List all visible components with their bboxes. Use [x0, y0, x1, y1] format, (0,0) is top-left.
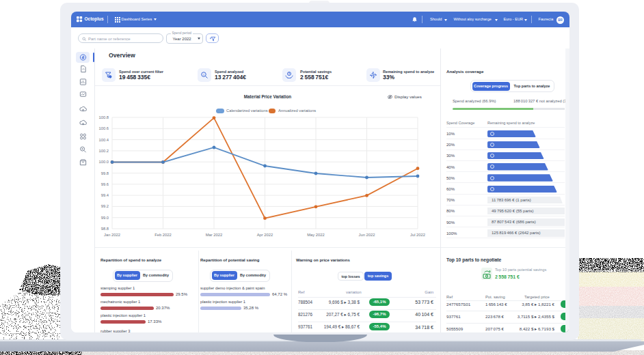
svg-text:Apr 2022: Apr 2022 — [257, 233, 273, 237]
svg-text:100.2: 100.2 — [98, 149, 109, 153]
svg-text:99.6: 99.6 — [101, 182, 109, 186]
svg-text:100.0: 100.0 — [98, 160, 109, 164]
svg-text:100.8: 100.8 — [98, 115, 109, 119]
svg-text:Mar 2022: Mar 2022 — [206, 233, 223, 237]
svg-text:100.4: 100.4 — [98, 138, 109, 142]
svg-text:99.2: 99.2 — [101, 204, 109, 208]
svg-text:May 2022: May 2022 — [307, 233, 324, 237]
svg-text:99.0: 99.0 — [101, 216, 109, 220]
svg-text:€: € — [109, 76, 111, 79]
svg-text:98.8: 98.8 — [101, 227, 109, 231]
svg-text:99.8: 99.8 — [101, 171, 109, 175]
svg-text:100.6: 100.6 — [98, 126, 109, 130]
svg-text:€: € — [203, 73, 205, 76]
svg-text:Jul 2022: Jul 2022 — [410, 233, 425, 237]
svg-text:Feb 2022: Feb 2022 — [155, 233, 172, 237]
svg-text:Jan 2022: Jan 2022 — [104, 233, 120, 237]
svg-text:Jun 2022: Jun 2022 — [359, 233, 375, 237]
svg-text:99.4: 99.4 — [101, 193, 109, 197]
